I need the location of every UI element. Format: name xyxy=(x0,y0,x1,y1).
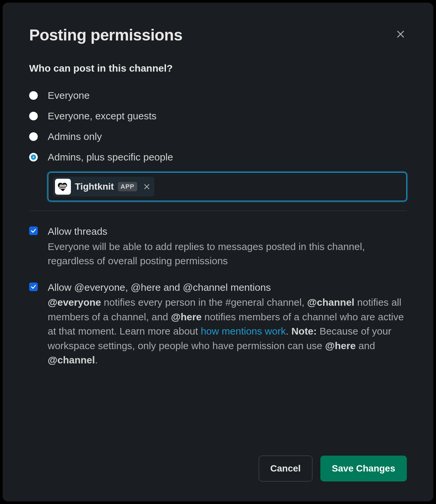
allow-mentions-title: Allow @everyone, @here and @channel ment… xyxy=(48,280,407,295)
specific-people-input[interactable]: Tightknit APP xyxy=(48,172,407,201)
radio-option-everyone-except-guests[interactable]: Everyone, except guests xyxy=(29,110,407,122)
allow-mentions-desc: @everyone notifies every person in the #… xyxy=(48,295,407,367)
radio-option-everyone[interactable]: Everyone xyxy=(29,90,407,101)
radio-option-admins-plus[interactable]: Admins, plus specific people xyxy=(29,152,407,163)
allow-mentions-option: Allow @everyone, @here and @channel ment… xyxy=(29,280,407,367)
radio-input[interactable] xyxy=(29,112,38,120)
allow-threads-content: Allow threads Everyone will be able to a… xyxy=(48,224,407,268)
who-can-post-radio-group: Everyone Everyone, except guests Admins … xyxy=(29,90,407,201)
radio-option-admins-only[interactable]: Admins only xyxy=(29,131,407,142)
posting-permissions-modal: Posting permissions Who can post in this… xyxy=(3,3,433,501)
chip-name: Tightknit xyxy=(75,181,114,192)
save-changes-button[interactable]: Save Changes xyxy=(320,456,407,481)
allow-mentions-content: Allow @everyone, @here and @channel ment… xyxy=(48,280,407,367)
allow-threads-title: Allow threads xyxy=(48,224,407,239)
remove-chip-icon[interactable] xyxy=(143,183,150,190)
specific-people-field-wrap: Tightknit APP xyxy=(48,172,407,201)
allow-mentions-checkbox[interactable] xyxy=(29,283,38,291)
radio-input[interactable] xyxy=(29,132,38,141)
modal-footer: Cancel Save Changes xyxy=(259,456,407,481)
radio-input[interactable] xyxy=(29,153,38,161)
app-badge: APP xyxy=(118,182,137,191)
allow-threads-checkbox[interactable] xyxy=(29,226,38,235)
divider xyxy=(29,211,407,211)
cancel-button[interactable]: Cancel xyxy=(259,456,312,481)
modal-header: Posting permissions xyxy=(29,26,407,44)
note-label: Note: xyxy=(291,326,317,337)
modal-title: Posting permissions xyxy=(29,26,183,44)
allow-threads-option: Allow threads Everyone will be able to a… xyxy=(29,224,407,268)
allow-threads-desc: Everyone will be able to add replies to … xyxy=(48,239,407,268)
radio-label: Admins, plus specific people xyxy=(48,152,173,163)
radio-label: Everyone, except guests xyxy=(48,110,157,122)
person-chip-tightknit: Tightknit APP xyxy=(53,177,154,197)
radio-label: Everyone xyxy=(48,90,90,101)
mention-here-2: @here xyxy=(325,340,356,351)
close-icon[interactable] xyxy=(394,28,407,40)
mention-channel-2: @channel xyxy=(48,354,95,365)
mention-channel: @channel xyxy=(307,297,354,308)
how-mentions-work-link[interactable]: how mentions work xyxy=(201,326,286,337)
radio-input[interactable] xyxy=(29,91,38,100)
section-heading: Who can post in this channel? xyxy=(29,63,407,74)
heart-yarn-icon xyxy=(55,179,71,195)
mention-here: @here xyxy=(171,311,202,322)
mention-everyone: @everyone xyxy=(48,297,101,308)
radio-label: Admins only xyxy=(48,131,102,142)
